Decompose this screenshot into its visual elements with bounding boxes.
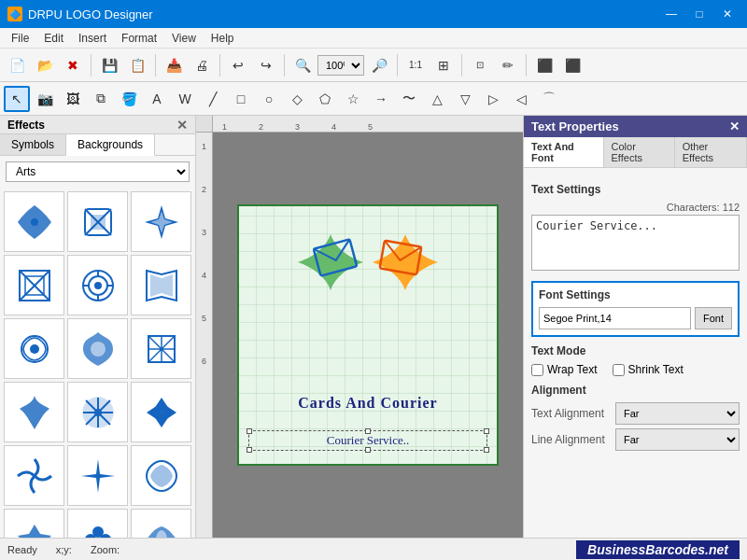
handle-bottom-right[interactable] — [484, 447, 489, 453]
tab-backgrounds[interactable]: Backgrounds — [66, 134, 155, 156]
select-tool[interactable]: ↖ — [4, 86, 30, 112]
edit-button[interactable]: ✏ — [495, 52, 521, 78]
play-left-tool[interactable]: ◁ — [508, 86, 534, 112]
font-name-input[interactable] — [539, 307, 691, 329]
symbol-item[interactable] — [131, 509, 191, 538]
image-tool[interactable]: 🖼 — [60, 86, 86, 112]
redo-button[interactable]: ↪ — [253, 52, 279, 78]
logo-sub-text-container[interactable]: Courier Service.. — [248, 430, 487, 451]
tab-color-effects[interactable]: Color Effects — [604, 137, 675, 167]
symbol-item[interactable] — [131, 255, 191, 315]
statusbar-coords: x;y: — [56, 544, 72, 555]
line-alignment-select[interactable]: Near Center Far — [615, 428, 740, 451]
handle-top-left[interactable] — [247, 428, 252, 434]
tab-other-effects[interactable]: Other Effects — [675, 137, 747, 167]
panel-close-button[interactable]: ✕ — [176, 118, 188, 133]
shrink-text-checkbox[interactable] — [613, 364, 625, 376]
line-tool[interactable]: ╱ — [200, 86, 226, 112]
symbol-item[interactable] — [131, 382, 191, 442]
arts-dropdown[interactable]: Arts Abstract Nature Business — [6, 161, 190, 182]
tab-symbols[interactable]: Symbols — [0, 134, 66, 155]
menu-help[interactable]: Help — [204, 30, 242, 47]
svg-point-16 — [91, 342, 106, 357]
menubar: File Edit Insert Format View Help — [0, 28, 747, 49]
triangle-tool[interactable]: △ — [424, 86, 450, 112]
text-preview-area[interactable]: Courier Service... — [531, 215, 740, 271]
arrow-tool[interactable]: → — [368, 86, 394, 112]
symbol-item[interactable] — [67, 318, 128, 379]
diamond-tool[interactable]: ◇ — [284, 86, 310, 112]
print-button[interactable]: 🖨 — [189, 52, 215, 78]
handle-top-mid[interactable] — [365, 428, 371, 434]
select-button[interactable]: ⊡ — [467, 52, 493, 78]
symbol-item[interactable] — [67, 445, 128, 506]
triangle-down-tool[interactable]: ▽ — [452, 86, 478, 112]
ruler-v-tick: 4 — [202, 271, 206, 280]
zoom-in-btn[interactable]: 🔎 — [366, 52, 392, 78]
tab-text-and-font[interactable]: Text And Font — [524, 137, 604, 167]
menu-format[interactable]: Format — [114, 30, 164, 47]
save-all-button[interactable]: 📋 — [124, 52, 150, 78]
zigzag-tool[interactable]: 〜 — [396, 86, 422, 112]
wrap-text-checkbox[interactable] — [531, 364, 543, 376]
align-right-button[interactable]: ⬛ — [559, 52, 585, 78]
menu-view[interactable]: View — [164, 30, 204, 47]
text-tool[interactable]: W — [172, 86, 198, 112]
star-tool[interactable]: ☆ — [340, 86, 366, 112]
font-row: Font — [539, 307, 732, 329]
menu-edit[interactable]: Edit — [36, 30, 71, 47]
symbol-item[interactable] — [131, 445, 191, 506]
wrap-text-label[interactable]: Wrap Text — [531, 363, 598, 376]
save-button[interactable]: 💾 — [96, 52, 122, 78]
font-button[interactable]: Font — [695, 307, 732, 329]
curve-tool[interactable]: ⌒ — [536, 86, 562, 112]
undo-button[interactable]: ↩ — [225, 52, 251, 78]
rect-tool[interactable]: □ — [228, 86, 254, 112]
logo-canvas[interactable]: Cards And Courier Courier Service.. — [237, 204, 499, 466]
pentagon-tool[interactable]: ⬠ — [312, 86, 338, 112]
symbol-item[interactable] — [4, 382, 64, 442]
camera-tool[interactable]: 📷 — [32, 86, 58, 112]
ellipse-tool[interactable]: ○ — [256, 86, 282, 112]
text-properties-body: Text Settings Characters: 112 Courier Se… — [524, 168, 747, 538]
symbol-item[interactable] — [67, 255, 128, 315]
play-tool[interactable]: ▷ — [480, 86, 506, 112]
close-button[interactable]: ✕ — [715, 4, 740, 24]
maximize-button[interactable]: □ — [687, 4, 712, 24]
symbol-item[interactable] — [4, 318, 64, 379]
symbol-item[interactable] — [4, 445, 64, 506]
symbol-item[interactable] — [4, 191, 64, 252]
minimize-button[interactable]: — — [659, 4, 684, 24]
symbol-item[interactable] — [67, 509, 128, 538]
separator-7 — [526, 54, 527, 77]
symbol-item[interactable] — [4, 509, 64, 538]
menu-file[interactable]: File — [4, 30, 36, 47]
text-alignment-select[interactable]: Near Center Far — [615, 402, 740, 425]
ratio-button[interactable]: 1:1 — [402, 52, 429, 78]
shrink-text-label[interactable]: Shrink Text — [613, 363, 684, 376]
open-button[interactable]: 📂 — [32, 52, 58, 78]
close-file-button[interactable]: ✖ — [60, 52, 86, 78]
new-button[interactable]: 📄 — [4, 52, 30, 78]
symbol-item[interactable] — [67, 191, 128, 252]
wordart-tool[interactable]: A — [144, 86, 170, 112]
fill-tool[interactable]: 🪣 — [116, 86, 142, 112]
layer-tool[interactable]: ⧉ — [88, 86, 114, 112]
handle-bottom-mid[interactable] — [365, 447, 371, 453]
symbol-item[interactable] — [131, 191, 191, 252]
symbol-item[interactable] — [131, 318, 191, 379]
symbol-item[interactable] — [4, 255, 64, 315]
grid-button[interactable]: ⊞ — [430, 52, 457, 78]
text-properties-close[interactable]: ✕ — [729, 119, 740, 133]
handle-bottom-left[interactable] — [247, 447, 252, 453]
align-left-button[interactable]: ⬛ — [531, 52, 557, 78]
import-button[interactable]: 📥 — [161, 52, 187, 78]
zoom-out-btn[interactable]: 🔍 — [289, 52, 316, 78]
canvas-background[interactable]: Cards And Courier Courier Service.. — [213, 133, 523, 538]
menu-insert[interactable]: Insert — [71, 30, 114, 47]
symbol-item[interactable] — [67, 382, 128, 442]
handle-top-right[interactable] — [484, 428, 489, 434]
zoom-select[interactable]: 100% 75% 50% 150% 200% — [317, 55, 364, 76]
ruler-tick: 3 — [295, 122, 300, 132]
text-mode-section: Text Mode Wrap Text Shrink Text — [531, 344, 740, 376]
